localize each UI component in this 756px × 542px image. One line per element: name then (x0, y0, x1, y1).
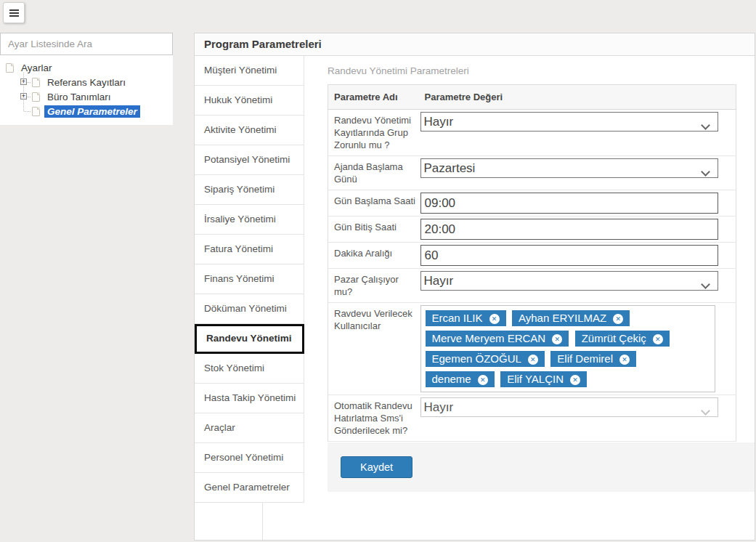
param-label: Gün Bitiş Saati (328, 217, 419, 243)
remove-tag-icon[interactable]: ✕ (478, 375, 488, 385)
param-label: Gün Başlama Saati (328, 190, 419, 217)
grup-zorunlu-select[interactable]: Hayır (420, 112, 718, 132)
menu-item-hasta-takip-yonetimi[interactable]: Hasta Takip Yönetimi (195, 384, 304, 413)
table-row: Dakika Aralığı (328, 243, 736, 269)
param-label: Ravdevu Verilecek Kullanıcılar (328, 303, 419, 395)
remove-tag-icon[interactable]: ✕ (489, 314, 500, 324)
menu-item-siparis-yonetimi[interactable]: Sipariş Yönetimi (195, 175, 304, 205)
user-tag-label: Elif YALÇIN (507, 373, 564, 385)
user-tag-label: Ercan ILIK (432, 312, 483, 324)
file-icon (32, 107, 40, 116)
table-row: Ravdevu Verilecek Kullanıcılar Ercan ILI… (328, 303, 736, 395)
parameter-category-menu: Müşteri Yönetimi Hukuk Yönetimi Aktivite… (195, 56, 304, 503)
tree-node-buro-tanimlari[interactable]: Büro Tanımları (17, 89, 168, 104)
menu-item-aktivite-yonetimi[interactable]: Aktivite Yönetimi (195, 116, 304, 145)
menu-item-randevu-yonetimi-selected[interactable]: Randevu Yönetimi (195, 324, 304, 354)
tree-children: Referans Kayıtları Büro Tanımları Genel … (17, 75, 168, 118)
tree-node-genel-parametreler[interactable]: Genel Parametreler (17, 104, 168, 118)
column-header-name: Parametre Adı (328, 85, 419, 110)
user-tag-label: deneme (432, 373, 471, 385)
user-tag-label: Ayhan ERYILMAZ (519, 312, 606, 324)
user-tag: Elif Demirel✕ (550, 351, 636, 367)
menu-item-personel-yonetimi[interactable]: Personel Yönetimi (195, 443, 304, 473)
tree-node-referans-kayitlari[interactable]: Referans Kayıtları (17, 75, 168, 89)
expand-plus-icon[interactable] (20, 93, 27, 100)
ajanda-baslama-gunu-select[interactable]: Pazartesi (420, 158, 718, 178)
settings-tree: Ayarlar Referans Kayıtları Büro Tanımlar… (0, 55, 173, 125)
tree-node-label[interactable]: Büro Tanımları (44, 91, 114, 103)
table-row: Otomatik Randevu Hatırlatma Sms'i Gönder… (328, 395, 736, 442)
gun-bitis-saati-input[interactable] (420, 219, 718, 240)
table-row: Gün Başlama Saati (328, 190, 736, 217)
hamburger-icon (9, 9, 19, 11)
form-footer: Kaydet (328, 442, 755, 492)
table-header-row: Parametre Adı Parametre Değeri (328, 85, 736, 110)
remove-tag-icon[interactable]: ✕ (619, 355, 630, 365)
menu-item-irsaliye-yonetimi[interactable]: İrsaliye Yönetimi (195, 205, 304, 235)
panel-title: Program Parametreleri (195, 33, 755, 56)
user-tag: Egemen ÖZOĞUL✕ (426, 351, 545, 367)
pazar-calisiyor-select[interactable]: Hayır (420, 271, 718, 291)
parameters-table: Parametre Adı Parametre Değeri Randevu Y… (328, 84, 736, 442)
menu-item-finans-yonetimi[interactable]: Finans Yönetimi (195, 264, 304, 294)
param-label: Otomatik Randevu Hatırlatma Sms'i Gönder… (328, 395, 419, 442)
menu-item-stok-yonetimi[interactable]: Stok Yönetimi (195, 354, 304, 384)
parameters-content: Randevu Yönetimi Parametreleri Parametre… (263, 56, 755, 540)
menu-item-genel-parametreler[interactable]: Genel Parametreler (195, 473, 304, 503)
remove-tag-icon[interactable]: ✕ (570, 375, 580, 385)
tree-node-label-selected[interactable]: Genel Parametreler (44, 105, 140, 118)
column-header-value: Parametre Değeri (419, 85, 736, 110)
file-icon (32, 92, 40, 102)
settings-sidebar: Ayarlar Referans Kayıtları Büro Tanımlar… (0, 33, 173, 125)
menu-toggle-button[interactable] (3, 2, 25, 23)
save-button[interactable]: Kaydet (341, 456, 412, 478)
tree-node-label[interactable]: Referans Kayıtları (44, 76, 129, 89)
menu-item-dokuman-yonetimi[interactable]: Döküman Yönetimi (195, 294, 304, 324)
remove-tag-icon[interactable]: ✕ (613, 314, 623, 324)
table-row: Gün Bitiş Saati (328, 217, 736, 243)
panel-body: Müşteri Yönetimi Hukuk Yönetimi Aktivite… (195, 56, 755, 540)
section-title: Randevu Yönetimi Parametreleri (328, 65, 755, 76)
expand-plus-icon[interactable] (20, 78, 27, 85)
table-row: Randevu Yönetimi Kayıtlarında Grup Zorun… (328, 110, 736, 156)
user-tag-label: Zümrüt Çekiç (582, 332, 646, 344)
user-tag: Merve Meryem ERCAN✕ (426, 331, 569, 347)
sms-hatirlatma-select-disabled: Hayır (420, 397, 718, 417)
program-parameters-panel: Program Parametreleri Müşteri Yönetimi H… (194, 33, 755, 541)
menu-item-araclar[interactable]: Araçlar (195, 413, 304, 443)
search-input[interactable] (0, 33, 173, 55)
randevu-kullanicilar-tag-field[interactable]: Ercan ILIK✕ Ayhan ERYILMAZ✕ Merve Meryem… (420, 305, 715, 392)
dakika-araligi-input[interactable] (420, 245, 718, 266)
param-label: Dakika Aralığı (328, 243, 419, 269)
file-icon (32, 78, 40, 87)
table-row: Ajanda Başlama Günü Pazartesi (328, 156, 736, 190)
user-tag: Elif YALÇIN✕ (500, 371, 587, 387)
table-row: Pazar Çalışıyor mu? Hayır (328, 269, 736, 303)
remove-tag-icon[interactable]: ✕ (653, 334, 663, 344)
user-tag: Zümrüt Çekiç✕ (575, 331, 670, 347)
param-label: Randevu Yönetimi Kayıtlarında Grup Zorun… (328, 110, 419, 156)
param-label: Pazar Çalışıyor mu? (328, 269, 419, 303)
tree-node-ayarlar[interactable]: Ayarlar (6, 60, 168, 75)
menu-item-hukuk-yonetimi[interactable]: Hukuk Yönetimi (195, 86, 304, 116)
tree-node-label[interactable]: Ayarlar (18, 62, 55, 74)
file-icon (6, 63, 14, 73)
remove-tag-icon[interactable]: ✕ (552, 334, 562, 344)
user-tag: Ercan ILIK✕ (426, 310, 506, 326)
user-tag: Ayhan ERYILMAZ✕ (512, 310, 630, 326)
menu-item-musteri-yonetimi[interactable]: Müşteri Yönetimi (195, 56, 304, 86)
user-tag-label: Merve Meryem ERCAN (432, 332, 546, 344)
user-tag-label: Elif Demirel (557, 352, 613, 365)
param-label: Ajanda Başlama Günü (328, 156, 419, 190)
remove-tag-icon[interactable]: ✕ (528, 355, 538, 365)
gun-baslama-saati-input[interactable] (420, 193, 718, 214)
user-tag-label: Egemen ÖZOĞUL (432, 352, 521, 365)
user-tag: deneme✕ (426, 371, 495, 387)
menu-item-potansiyel-yonetimi[interactable]: Potansiyel Yönetimi (195, 145, 304, 175)
menu-item-fatura-yonetimi[interactable]: Fatura Yönetimi (195, 235, 304, 264)
